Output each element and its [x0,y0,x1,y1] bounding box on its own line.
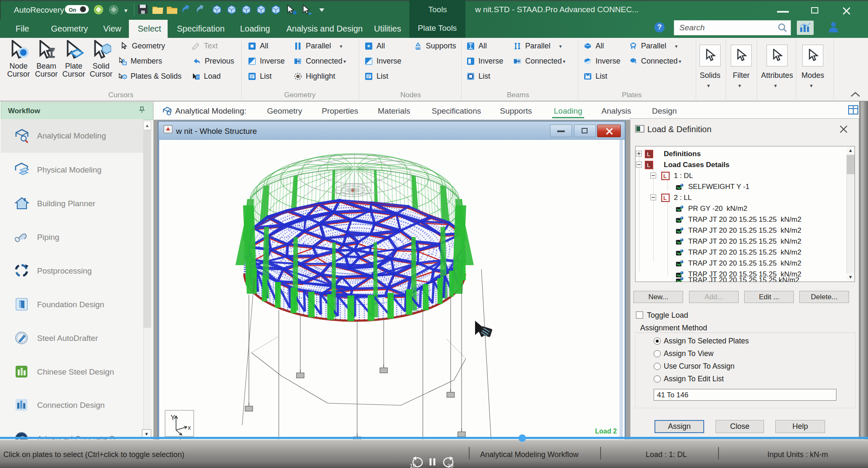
svg-text:L: L [663,195,667,201]
svg-text:L: L [647,162,650,168]
svg-text:Load 2: Load 2 [595,428,617,435]
svg-text:L: L [647,151,650,157]
svg-text:L: L [663,173,667,179]
svg-text:10: 10 [410,463,416,468]
svg-text:Y: Y [171,414,175,421]
svg-text:x: x [188,424,191,431]
svg-text:30: 30 [447,463,453,468]
